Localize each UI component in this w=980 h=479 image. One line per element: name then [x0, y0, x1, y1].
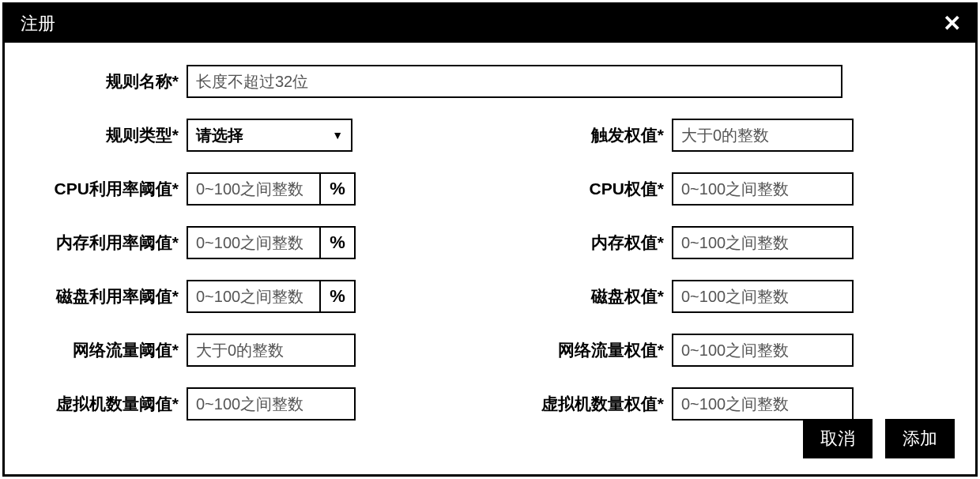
rule-type-label: 规则类型* [36, 124, 187, 146]
add-button[interactable]: 添加 [885, 419, 955, 458]
vm-weight-label: 虚拟机数量权值* [490, 393, 672, 415]
percent-suffix: % [321, 172, 356, 206]
percent-suffix: % [321, 280, 356, 313]
vm-weight-input[interactable] [672, 387, 854, 421]
dialog-buttons: 取消 添加 [803, 419, 955, 458]
disk-threshold-input[interactable] [187, 280, 321, 313]
disk-threshold-label: 磁盘利用率阈值* [36, 285, 187, 307]
cpu-weight-label: CPU权值* [490, 178, 672, 200]
cpu-threshold-label: CPU利用率阈值* [36, 178, 187, 200]
vm-threshold-label: 虚拟机数量阈值* [36, 393, 187, 415]
mem-weight-label: 内存权值* [490, 232, 672, 254]
disk-weight-label: 磁盘权值* [490, 285, 672, 307]
dialog-title: 注册 [21, 12, 55, 36]
rule-type-selected: 请选择 [196, 126, 243, 144]
percent-suffix: % [321, 226, 356, 259]
net-threshold-label: 网络流量阈值* [36, 339, 187, 361]
close-icon[interactable]: ✕ [943, 13, 961, 35]
rule-type-select[interactable]: 请选择 [187, 119, 352, 152]
mem-weight-input[interactable] [672, 226, 854, 259]
net-threshold-input[interactable] [187, 334, 356, 367]
disk-weight-input[interactable] [672, 280, 854, 313]
mem-threshold-label: 内存利用率阈值* [36, 232, 187, 254]
cpu-threshold-input[interactable] [187, 172, 321, 206]
vm-threshold-input[interactable] [187, 387, 356, 421]
rule-name-label: 规则名称* [36, 70, 187, 92]
net-weight-label: 网络流量权值* [490, 339, 672, 361]
mem-threshold-input[interactable] [187, 226, 321, 259]
form-area: 规则名称* 规则类型* 请选择 ▼ 触发权值* CPU利用率阈值 [5, 43, 975, 421]
rule-name-input[interactable] [187, 65, 842, 98]
title-bar: 注册 ✕ [5, 5, 975, 43]
cpu-weight-input[interactable] [672, 172, 854, 206]
net-weight-input[interactable] [672, 334, 854, 367]
register-dialog: 注册 ✕ 规则名称* 规则类型* 请选择 ▼ 触发权值* [2, 2, 978, 477]
cancel-button[interactable]: 取消 [803, 419, 873, 458]
trigger-weight-input[interactable] [672, 119, 854, 152]
trigger-weight-label: 触发权值* [490, 124, 672, 146]
